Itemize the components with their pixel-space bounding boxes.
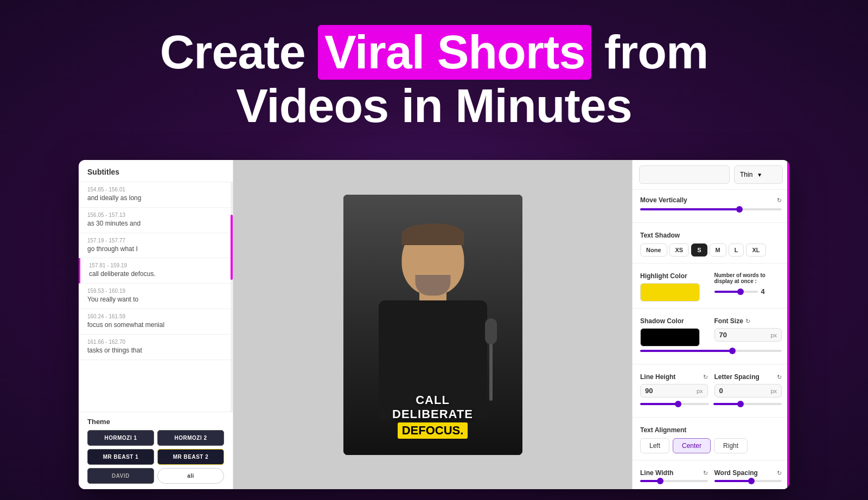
hero-line2: Videos in Minutes <box>236 79 632 132</box>
move-vertically-refresh-icon[interactable]: ↻ <box>777 197 782 204</box>
shadow-xs-button[interactable]: XS <box>669 243 690 257</box>
hero-after: from <box>591 25 708 79</box>
video-area: CALL DELIBERATE DEFOCUS. <box>233 160 632 489</box>
words-display-slider[interactable] <box>714 291 758 293</box>
subtitle-time: 156.05 - 157.13 <box>87 212 224 218</box>
shadow-color-swatch[interactable] <box>640 328 700 347</box>
video-container: CALL DELIBERATE DEFOCUS. <box>343 195 522 455</box>
line-width-refresh-icon[interactable]: ↻ <box>703 470 708 477</box>
accent-bar <box>787 160 789 489</box>
highlight-words-row: Highlight Color Number of words to displ… <box>640 272 782 302</box>
font-size-value: 70 <box>719 331 769 339</box>
text-shadow-row: Text Shadow <box>640 232 782 239</box>
subtitle-time: 157.81 - 159.19 <box>89 262 224 268</box>
subtitle-text: and ideally as long <box>87 194 224 203</box>
highlight-color-swatch[interactable] <box>640 283 700 302</box>
subtitle-item[interactable]: 159.53 - 160.19 You really want to <box>79 284 233 309</box>
slider-thumb[interactable] <box>729 348 736 354</box>
font-input-box[interactable] <box>639 165 730 184</box>
line-height-input[interactable]: 90 px <box>640 384 708 398</box>
video-person: CALL DELIBERATE DEFOCUS. <box>343 195 522 455</box>
move-vertically-section: Move Vertically ↻ <box>633 190 789 220</box>
subtitle-item[interactable]: 157.19 - 157.77 go through what I <box>79 233 233 259</box>
line-height-refresh-icon[interactable]: ↻ <box>703 374 708 381</box>
theme-hormozi2-button[interactable]: HORMOZI 2 <box>157 430 224 446</box>
shadow-xl-button[interactable]: XL <box>746 243 765 257</box>
subtitle-item[interactable]: 154.85 - 156.01 and ideally as long <box>79 182 233 208</box>
slider-thumb[interactable] <box>675 401 681 407</box>
line-width-header: Line Width ↻ <box>640 469 708 477</box>
subtitle-item[interactable]: 161.66 - 162.70 tasks or things that <box>79 335 233 360</box>
word-spacing-slider[interactable] <box>714 480 782 482</box>
slider-fill <box>713 403 741 405</box>
linewidth-wordspacing-row: Line Width ↻ Word Spacing ↻ <box>640 469 782 488</box>
line-height-slider[interactable] <box>640 403 709 405</box>
align-right-button[interactable]: Right <box>714 438 748 453</box>
hero-highlight: Viral Shorts <box>318 25 591 80</box>
linewidth-wordspacing-section: Line Width ↻ Word Spacing ↻ <box>633 463 789 489</box>
text-alignment-row: Text Alignment <box>640 426 782 434</box>
subtitle-time: 154.85 - 156.01 <box>87 187 224 193</box>
subtitle-text: You really want to <box>87 295 224 304</box>
shadow-l-button[interactable]: L <box>729 243 744 257</box>
letter-spacing-unit: px <box>770 388 777 394</box>
highlight-color-col: Highlight Color <box>640 272 708 302</box>
subtitle-time: 157.19 - 157.77 <box>87 238 224 243</box>
letter-spacing-slider[interactable] <box>713 403 782 405</box>
shadow-none-button[interactable]: None <box>640 243 667 257</box>
font-weight-dropdown[interactable]: Thin ▼ <box>734 165 783 184</box>
word-spacing-refresh-icon[interactable]: ↻ <box>777 470 782 477</box>
slider-fill <box>640 350 732 352</box>
divider <box>633 263 789 264</box>
letter-spacing-input[interactable]: 0 px <box>714 384 782 398</box>
subtitle-line2: DELIBERATE <box>349 407 517 421</box>
hero-section: Create Viral Shorts from Videos in Minut… <box>0 0 868 157</box>
subtitle-time: 159.53 - 160.19 <box>87 288 224 294</box>
letter-spacing-refresh-icon[interactable]: ↻ <box>777 374 782 381</box>
words-display-col: Number of words to display at once : 4 <box>714 272 782 302</box>
line-width-col: Line Width ↻ <box>640 469 708 488</box>
align-left-button[interactable]: Left <box>640 438 669 453</box>
shadow-s-button[interactable]: S <box>691 243 707 257</box>
font-size-header: Font Size ↻ <box>714 317 782 325</box>
divider <box>633 308 789 309</box>
font-size-slider[interactable] <box>640 350 782 352</box>
scrollbar[interactable] <box>231 182 233 412</box>
align-center-button[interactable]: Center <box>673 438 711 453</box>
video-subtitles: CALL DELIBERATE DEFOCUS. <box>343 393 522 439</box>
font-size-input[interactable]: 70 px <box>714 328 782 342</box>
shadow-m-button[interactable]: M <box>710 243 726 257</box>
theme-david-button[interactable]: DAVID <box>87 468 154 484</box>
subtitle-item[interactable]: 156.05 - 157.13 as 30 minutes and <box>79 208 233 233</box>
slider-thumb[interactable] <box>657 478 663 484</box>
lineheight-letterspacing-row: Line Height ↻ 90 px Letter Spacing ↻ 0 <box>640 373 782 398</box>
slider-thumb[interactable] <box>737 401 744 407</box>
line-height-unit: px <box>697 388 703 394</box>
subtitle-text: focus on somewhat menial <box>87 320 224 330</box>
dropdown-value: Thin <box>740 171 752 178</box>
line-height-header: Line Height ↻ <box>640 373 708 381</box>
line-width-slider[interactable] <box>640 480 708 482</box>
subtitle-item[interactable]: 160.24 - 161.59 focus on somewhat menial <box>79 309 233 335</box>
subtitles-list[interactable]: 154.85 - 156.01 and ideally as long 156.… <box>79 182 233 412</box>
font-size-label: Font Size <box>714 317 743 325</box>
font-size-col: Font Size ↻ 70 px <box>714 317 782 347</box>
word-spacing-label: Word Spacing <box>714 469 775 477</box>
divider <box>633 417 789 418</box>
font-size-refresh-icon[interactable]: ↻ <box>745 318 750 325</box>
words-display-row: 4 <box>714 287 782 296</box>
highlight-color-label: Highlight Color <box>640 272 708 280</box>
subtitle-text: go through what I <box>87 245 224 254</box>
shadow-color-label: Shadow Color <box>640 317 708 325</box>
slider-thumb[interactable] <box>737 289 744 295</box>
theme-mrbeast1-button[interactable]: MR BEAST 1 <box>87 449 154 465</box>
hero-before: Create <box>160 25 318 79</box>
theme-mrbeast2-button[interactable]: MR BEAST 2 <box>157 449 224 465</box>
slider-thumb[interactable] <box>748 478 755 484</box>
theme-hormozi1-button[interactable]: HORMOZI 1 <box>87 430 154 446</box>
move-vertically-slider[interactable] <box>640 208 782 210</box>
subtitle-time: 161.66 - 162.70 <box>87 339 224 345</box>
slider-thumb[interactable] <box>736 206 743 213</box>
theme-ali-button[interactable]: ali <box>157 468 224 484</box>
subtitle-item-active[interactable]: 157.81 - 159.19 call deliberate defocus. <box>79 258 233 284</box>
